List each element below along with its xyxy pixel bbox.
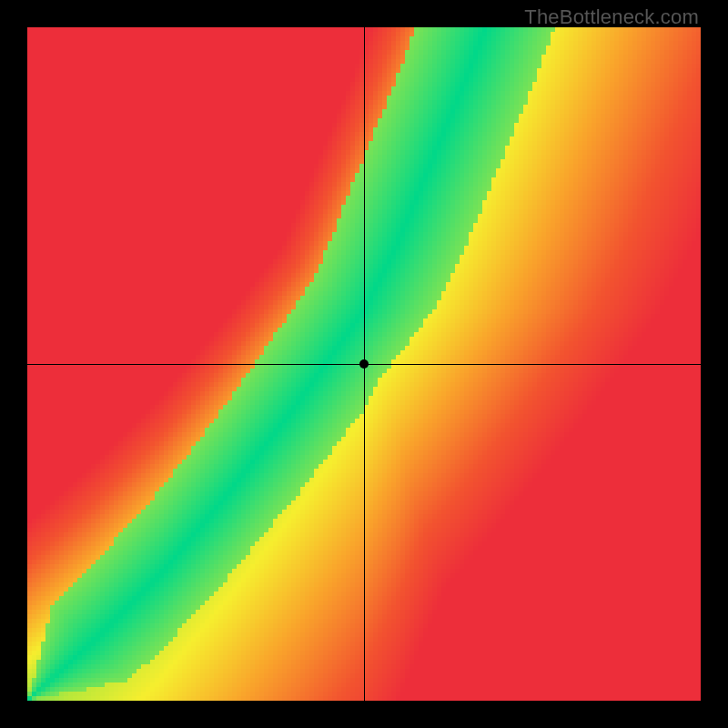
watermark-text: TheBottleneck.com — [524, 5, 699, 29]
heatmap-canvas — [27, 27, 701, 701]
plot-area — [27, 27, 701, 701]
chart-frame: TheBottleneck.com — [0, 0, 728, 728]
